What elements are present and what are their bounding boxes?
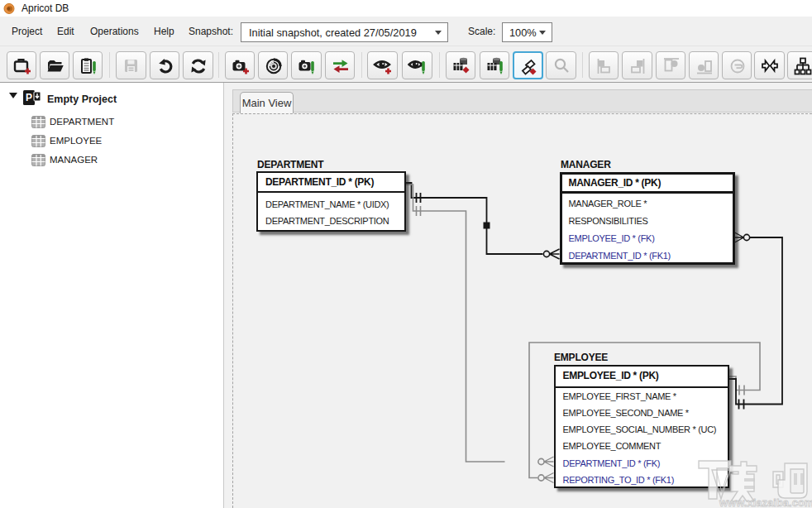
svg-text:www.xiazaiba.com: www.xiazaiba.com [719, 496, 812, 508]
